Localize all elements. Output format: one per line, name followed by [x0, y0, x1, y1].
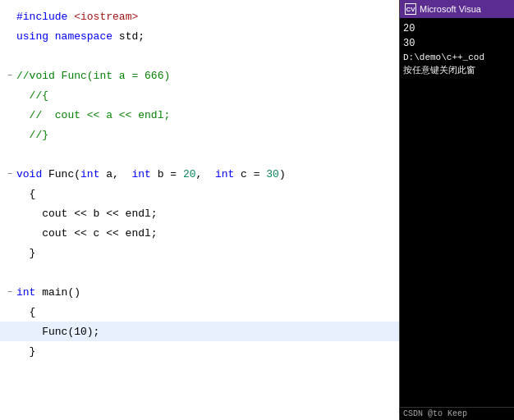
code-line: −void Func(int a, int b = 20, int c = 30…: [0, 164, 399, 184]
code-content: //void Func(int a = 666): [16, 70, 399, 82]
code-content: {: [16, 188, 399, 200]
code-line: //}: [0, 125, 399, 144]
code-content: }: [16, 247, 399, 259]
code-content: //}: [16, 129, 399, 141]
code-line: [0, 262, 399, 282]
code-line: [0, 46, 399, 66]
code-line: cout << c << endl;: [0, 223, 399, 243]
code-content: {: [16, 306, 399, 318]
code-line: [0, 144, 399, 164]
code-line: // cout << a << endl;: [0, 105, 399, 125]
code-content: cout << b << endl;: [16, 208, 399, 220]
code-content: void Func(int a, int b = 20, int c = 30): [16, 168, 399, 180]
code-content: cout << c << endl;: [16, 227, 399, 240]
terminal-output-1: 20: [403, 21, 511, 36]
code-content: [16, 148, 399, 161]
code-line: cout << b << endl;: [0, 203, 399, 223]
terminal-path-suffix: 按任意键关闭此窗: [403, 64, 511, 77]
code-line: //{: [0, 85, 399, 105]
code-content: [16, 267, 399, 279]
code-content: [16, 50, 399, 62]
vs-icon: CV: [405, 3, 416, 15]
code-content: using namespace std;: [16, 30, 399, 43]
code-line: {: [0, 302, 399, 322]
terminal-footer: CSDN @to Keep: [400, 407, 514, 420]
fold-button[interactable]: −: [3, 170, 16, 179]
code-line: {: [0, 184, 399, 203]
fold-button[interactable]: −: [3, 288, 16, 297]
code-line: Func(10);: [0, 322, 399, 341]
fold-button[interactable]: −: [3, 71, 16, 80]
code-content: //{: [16, 89, 399, 102]
terminal-pane: CV Microsoft Visua 20 30 D:\demo\c++_cod…: [399, 0, 514, 420]
code-content: #include <iostream>: [16, 11, 399, 23]
terminal-body: 20 30 D:\demo\c++_cod 按任意键关闭此窗: [400, 18, 514, 407]
terminal-path: D:\demo\c++_cod: [403, 51, 511, 64]
code-content: // cout << a << endl;: [16, 109, 399, 121]
code-content: Func(10);: [16, 326, 399, 338]
code-line: }: [0, 243, 399, 262]
code-content: int main(): [16, 286, 399, 299]
code-line: −int main(): [0, 282, 399, 302]
code-line: −//void Func(int a = 666): [0, 66, 399, 85]
code-line: #include <iostream>: [0, 7, 399, 26]
terminal-output-2: 30: [403, 36, 511, 51]
code-content: }: [16, 345, 399, 358]
terminal-titlebar: CV Microsoft Visua: [400, 0, 514, 18]
terminal-title: Microsoft Visua: [420, 4, 481, 14]
code-editor: #include <iostream>using namespace std; …: [0, 0, 399, 420]
code-line: }: [0, 341, 399, 361]
code-line: using namespace std;: [0, 26, 399, 46]
